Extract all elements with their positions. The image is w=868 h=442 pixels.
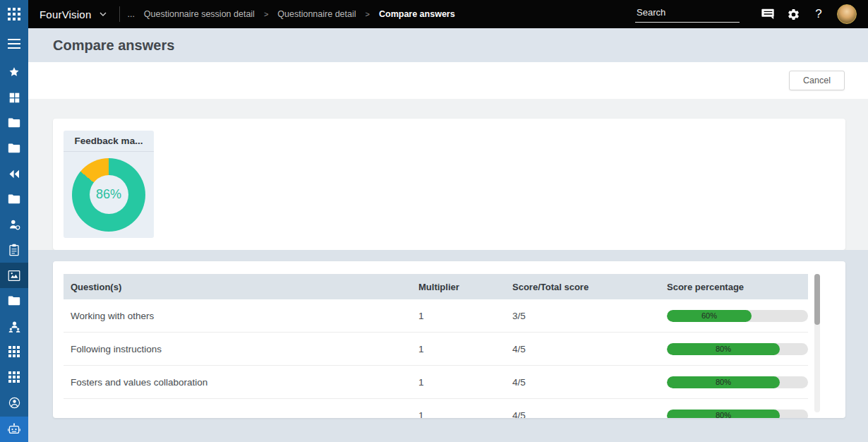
percentage-cell: 80% (667, 376, 808, 388)
percentage-cell: 80% (667, 410, 808, 419)
question-cell: Following instructions (64, 344, 418, 354)
folder-icon (8, 193, 20, 205)
column-header-multiplier: Multiplier (418, 282, 512, 292)
search-box (635, 6, 740, 23)
waffle-icon (8, 8, 20, 20)
sidebar-item-profile[interactable] (0, 390, 28, 415)
sidebar-item-folder-4[interactable] (0, 288, 28, 313)
progress-bar: 80% (667, 376, 808, 388)
rewind-icon (8, 169, 20, 179)
progress-fill: 80% (667, 343, 780, 355)
sidebar-item-folder-3[interactable] (0, 186, 28, 212)
chevron-down-icon (100, 12, 107, 17)
sidebar-item-team[interactable] (0, 313, 28, 339)
multiplier-cell: 1 (418, 311, 512, 321)
command-toolbar: Cancel (28, 62, 868, 99)
progress-label: 80% (716, 378, 731, 386)
page-title: Compare answers (53, 37, 174, 54)
feedback-kpi-tile[interactable]: Feedback ma... 86% (64, 131, 154, 238)
question-cell: Working with others (64, 311, 418, 321)
left-nav-rail (0, 28, 28, 442)
progress-label: 80% (716, 411, 731, 418)
sidebar-item-grid-2[interactable] (0, 364, 28, 390)
progress-bar: 60% (667, 310, 808, 322)
multiplier-cell: 1 (418, 344, 512, 354)
table-row[interactable]: Following instructions 1 4/5 80% (64, 333, 808, 366)
grid-icon (8, 346, 20, 357)
search-input[interactable] (635, 6, 740, 23)
table-row[interactable]: Working with others 1 3/5 60% (64, 299, 808, 333)
score-cell: 3/5 (512, 311, 667, 321)
sidebar-item-grid-1[interactable] (0, 339, 28, 364)
grid-icon (8, 371, 20, 383)
page-title-bar: Compare answers (28, 28, 868, 62)
progress-fill: 80% (667, 376, 780, 388)
breadcrumb-ellipsis[interactable]: ... (127, 9, 134, 19)
team-icon (8, 320, 21, 333)
progress-label: 60% (701, 311, 717, 320)
kpi-card: Feedback ma... 86% (53, 119, 845, 250)
progress-fill: 80% (667, 410, 780, 419)
sidebar-item-folder-1[interactable] (0, 110, 28, 136)
settings-button[interactable] (780, 0, 806, 28)
app-name: FourVision (40, 8, 91, 20)
sidebar-item-apps[interactable] (0, 85, 28, 110)
kpi-tile-title: Feedback ma... (64, 131, 154, 152)
app-name-menu[interactable]: FourVision (28, 8, 118, 20)
progress-bar: 80% (667, 343, 808, 355)
help-icon: ? (815, 7, 821, 21)
user-settings-icon (8, 218, 21, 231)
table-row[interactable]: Fosters and values collaboration 1 4/5 8… (64, 366, 808, 399)
workspace-icon (8, 270, 20, 282)
folder-icon (8, 295, 20, 306)
table-scrollbar-thumb[interactable] (814, 274, 820, 325)
table-body: Working with others 1 3/5 60% Following … (64, 299, 808, 418)
bot-app-icon (7, 423, 21, 436)
score-cell: 4/5 (512, 344, 667, 354)
nav-divider (119, 6, 120, 22)
table-row[interactable]: 1 4/5 80% (64, 399, 808, 418)
percentage-cell: 80% (667, 343, 808, 355)
score-cell: 4/5 (512, 410, 667, 419)
sidebar-item-questionnaires[interactable] (0, 237, 28, 263)
sidebar-item-folder-2[interactable] (0, 136, 28, 161)
folder-icon (8, 117, 20, 129)
breadcrumb-item-questionnaire-detail[interactable]: Questionnaire detail (277, 9, 356, 19)
hamburger-icon (8, 39, 20, 49)
user-circle-icon (8, 396, 21, 410)
table-section: Question(s) Multiplier Score/Total score… (28, 250, 868, 442)
top-navigation-bar: FourVision ... Questionnaire session det… (0, 0, 868, 28)
breadcrumb-item-current: Compare answers (379, 9, 455, 19)
breadcrumb-separator: > (366, 10, 370, 18)
sidebar-menu-button[interactable] (0, 28, 28, 59)
column-header-score: Score/Total score (512, 282, 667, 292)
sidebar-item-favorites[interactable] (0, 59, 28, 85)
table-header-row: Question(s) Multiplier Score/Total score… (64, 274, 808, 299)
sidebar-item-bot-app[interactable] (0, 417, 28, 442)
breadcrumb-item-session-detail[interactable]: Questionnaire session detail (144, 9, 255, 19)
clipboard-icon (8, 244, 20, 256)
breadcrumb-separator: > (264, 10, 268, 18)
kpi-section: Feedback ma... 86% (28, 99, 868, 250)
questions-table: Question(s) Multiplier Score/Total score… (64, 274, 808, 418)
percentage-cell: 60% (667, 310, 808, 322)
gear-icon (787, 8, 800, 21)
app-launcher-button[interactable] (0, 0, 28, 28)
question-cell: Fosters and values collaboration (64, 377, 418, 388)
message-button[interactable] (755, 0, 780, 28)
help-button[interactable]: ? (806, 0, 831, 28)
multiplier-cell: 1 (418, 410, 512, 419)
folder-icon (8, 143, 20, 154)
table-scrollbar-track[interactable] (814, 274, 820, 412)
sidebar-item-history[interactable] (0, 161, 28, 186)
column-header-question: Question(s) (64, 282, 418, 292)
user-avatar[interactable] (837, 4, 857, 24)
multiplier-cell: 1 (418, 377, 512, 388)
cancel-button[interactable]: Cancel (789, 71, 845, 90)
donut-chart-area: 86% (64, 152, 154, 237)
tiles-icon (8, 92, 20, 104)
sidebar-item-compare-answers[interactable] (0, 263, 28, 288)
sidebar-item-user-settings[interactable] (0, 212, 28, 237)
donut-center-label: 86% (90, 175, 128, 214)
progress-fill: 60% (667, 310, 752, 322)
